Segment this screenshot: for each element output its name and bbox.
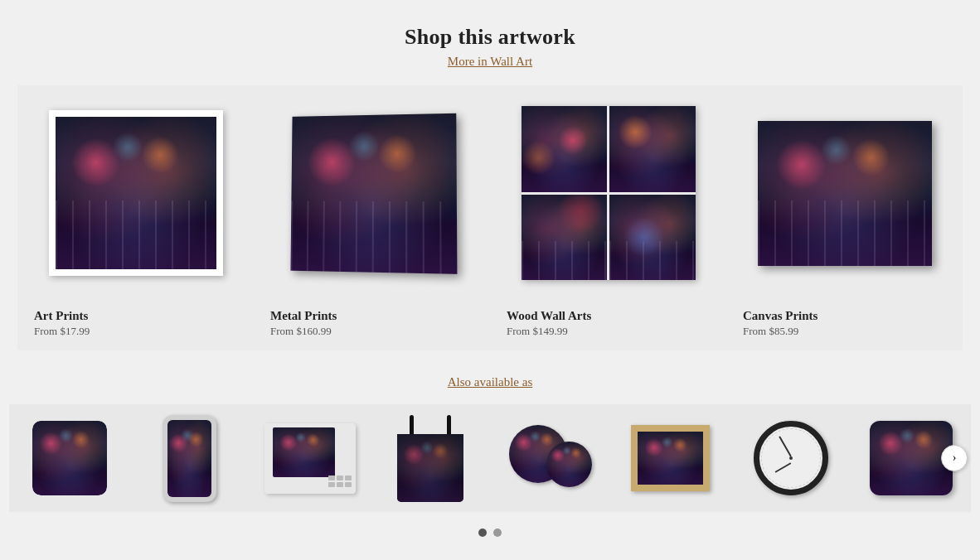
phone-case-image <box>163 415 216 502</box>
dot-1[interactable] <box>478 529 487 537</box>
wood-segment-1 <box>522 106 608 192</box>
canvas-prints-image <box>758 121 932 266</box>
throw-pillow-image <box>870 421 953 495</box>
square-print-image <box>32 421 107 495</box>
thumbnail-wall-clock[interactable] <box>730 404 851 512</box>
page-title: Shop this artwork <box>0 25 980 50</box>
thumbnail-phone-case[interactable] <box>129 404 250 512</box>
product-card-metal-prints[interactable]: Metal Prints From $160.99 <box>254 85 490 350</box>
thumbnail-framed-print[interactable] <box>610 404 730 512</box>
framed-print-image <box>631 425 710 491</box>
wood-wall-arts-price: From $149.99 <box>490 325 585 350</box>
product-grid: Art Prints From $17.99 Metal Prints From… <box>0 85 980 350</box>
wood-segment-3 <box>522 195 608 281</box>
wood-wall-arts-label: Wood Wall Arts <box>490 301 608 325</box>
wood-segment-2 <box>609 106 696 192</box>
metal-prints-label: Metal Prints <box>254 301 353 325</box>
thumbnail-laptop-sticker[interactable] <box>250 404 370 512</box>
art-prints-image-wrapper <box>17 85 254 301</box>
dot-2[interactable] <box>493 529 502 537</box>
art-prints-price: From $17.99 <box>17 325 106 350</box>
canvas-prints-image-wrapper <box>726 85 963 301</box>
thumbnail-square-print[interactable] <box>9 404 129 512</box>
thumbnail-tote-bag[interactable] <box>370 404 490 512</box>
canvas-prints-label: Canvas Prints <box>726 301 834 325</box>
also-available-title[interactable]: Also available as <box>0 375 980 389</box>
pagination-dots <box>0 529 980 537</box>
wood-wall-arts-image-wrapper <box>490 85 726 301</box>
metal-prints-image <box>290 113 457 274</box>
art-prints-label: Art Prints <box>17 301 104 325</box>
product-card-canvas-prints[interactable]: Canvas Prints From $85.99 <box>726 85 963 350</box>
wood-wall-arts-image <box>522 106 696 280</box>
product-card-art-prints[interactable]: Art Prints From $17.99 <box>17 85 254 350</box>
canvas-prints-price: From $85.99 <box>726 325 815 350</box>
metal-prints-price: From $160.99 <box>254 325 348 350</box>
page-container: Shop this artwork More in Wall Art Art P… <box>0 0 980 560</box>
wood-segment-4 <box>609 195 696 281</box>
metal-prints-image-wrapper <box>254 85 490 301</box>
art-prints-image <box>49 110 223 276</box>
stickers-image <box>509 417 592 500</box>
more-wall-art-link[interactable]: More in Wall Art <box>0 55 980 69</box>
product-card-wood-wall-arts[interactable]: Wood Wall Arts From $149.99 <box>490 85 726 350</box>
also-available-section: Also available as <box>0 375 980 537</box>
thumbnails-row: › <box>0 404 980 512</box>
wall-clock-image <box>754 421 828 495</box>
next-arrow-button[interactable]: › <box>941 445 968 471</box>
laptop-sticker-image <box>264 423 356 494</box>
tote-bag-image <box>397 415 463 502</box>
thumbnail-stickers[interactable] <box>490 404 610 512</box>
